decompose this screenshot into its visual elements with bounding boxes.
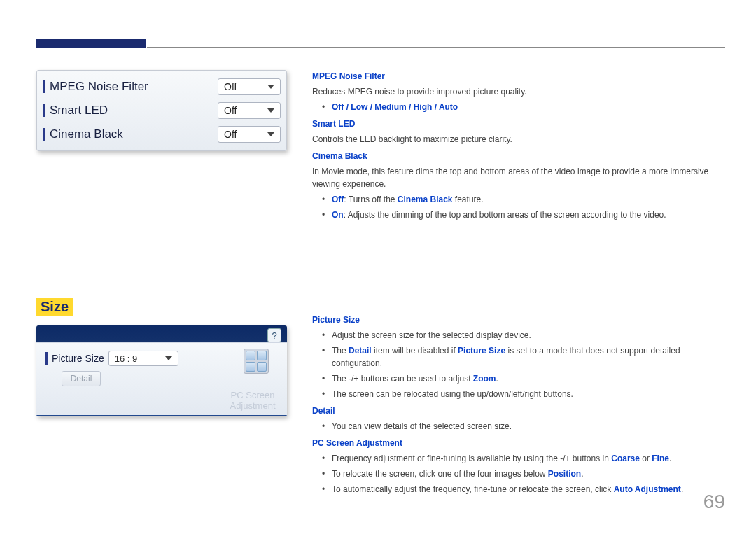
kw-detail: Detail [349, 346, 372, 356]
mpeg-options-value: Off / Low / Medium / High / Auto [332, 102, 458, 112]
chevron-down-icon [267, 108, 274, 113]
cinema-on-bullet: On: Adjusts the dimming of the top and b… [322, 209, 725, 221]
smartled-label: Smart LED [50, 104, 214, 118]
txt: . [496, 374, 498, 384]
ps-bullet-4: The screen can be relocated using the up… [322, 388, 725, 400]
size-menu-inner: Picture Size 16 : 9 Detail PC Screen Adj… [36, 342, 287, 415]
picture-size-value: 16 : 9 [115, 353, 138, 364]
row-marker-icon [43, 104, 46, 117]
advanced-picture-menu: MPEG Noise Filter Off Smart LED Off Cine… [36, 70, 287, 151]
txt: The [332, 346, 349, 356]
smartled-dropdown[interactable]: Off [218, 102, 281, 119]
size-heading: Size [36, 298, 73, 316]
cinema-value: Off [224, 129, 237, 140]
kw-zoom: Zoom [473, 374, 496, 384]
pcsa-line2: Adjustment [230, 400, 275, 411]
menu-row-cinema: Cinema Black Off [43, 122, 281, 146]
left-column: MPEG Noise Filter Off Smart LED Off Cine… [36, 70, 287, 498]
detail-button[interactable]: Detail [62, 371, 101, 386]
kw-auto-adjustment: Auto Adjustment [614, 484, 681, 494]
menu-row-mpeg: MPEG Noise Filter Off [43, 75, 281, 99]
smartled-heading: Smart LED [312, 118, 725, 130]
cinema-label: Cinema Black [50, 127, 214, 141]
right-column: MPEG Noise Filter Reduces MPEG noise to … [312, 70, 725, 498]
size-menu: ? Picture Size 16 : 9 Detail PC Screen A… [36, 325, 287, 416]
mpeg-desc: Reduces MPEG noise to provide improved p… [312, 85, 725, 98]
detail-bullet-1: You can view details of the selected scr… [322, 420, 725, 433]
header-accent [36, 39, 146, 48]
ps-bullet-2: The Detail item will be disabled if Pict… [322, 344, 725, 370]
pcsa-bullet-2: To relocate the screen, click one of the… [322, 468, 725, 480]
picture-size-dropdown[interactable]: 16 : 9 [108, 351, 178, 366]
mpeg-dropdown[interactable]: Off [218, 78, 281, 95]
txt: or [640, 454, 652, 463]
row-marker-icon [45, 352, 48, 365]
page-number: 69 [704, 491, 725, 513]
kw-cinema-black: Cinema Black [398, 195, 453, 204]
txt: To relocate the screen, click one of the… [332, 469, 548, 479]
ps-bullet-1: Adjust the screen size for the selected … [322, 329, 725, 342]
txt: To automatically adjust the frequency, f… [332, 484, 614, 494]
kw-on: On [332, 210, 344, 220]
txt: : Adjusts the dimming of the top and bot… [344, 210, 666, 220]
cinema-desc: In Movie mode, this feature dims the top… [312, 165, 725, 190]
help-icon[interactable]: ? [267, 328, 281, 342]
page-content: MPEG Noise Filter Off Smart LED Off Cine… [36, 70, 725, 498]
pcsa-line1: PC Screen [231, 390, 275, 400]
pcsa-bullet-1: Frequency adjustment or fine-tuning is a… [322, 452, 725, 465]
picture-size-heading: Picture Size [312, 314, 725, 326]
txt: The -/+ buttons can be used to adjust [332, 374, 473, 384]
pc-screen-adjustment-label: PC Screen Adjustment [227, 391, 279, 411]
row-marker-icon [43, 80, 46, 93]
mpeg-label: MPEG Noise Filter [50, 80, 214, 94]
row-marker-icon [43, 128, 46, 141]
kw-position: Position [548, 469, 581, 479]
ps-bullet-3: The -/+ buttons can be used to adjust Zo… [322, 372, 725, 385]
cinema-heading: Cinema Black [312, 150, 725, 162]
mpeg-heading: MPEG Noise Filter [312, 70, 725, 83]
txt: . [581, 469, 583, 479]
chevron-down-icon [165, 356, 172, 360]
detail-heading: Detail [312, 405, 725, 417]
txt: . [681, 484, 683, 494]
pcsa-bullet-3: To automatically adjust the frequency, f… [322, 483, 725, 496]
screen-position-grid-icon[interactable] [244, 349, 269, 374]
cinema-dropdown[interactable]: Off [218, 126, 281, 143]
pcsa-heading: PC Screen Adjustment [312, 437, 725, 449]
kw-off: Off [332, 195, 344, 204]
cinema-off-bullet: Off: Turns off the Cinema Black feature. [322, 193, 725, 206]
smartled-value: Off [224, 105, 237, 116]
kw-fine: Fine [652, 454, 669, 463]
picture-size-label: Picture Size [52, 353, 104, 364]
txt: feature. [453, 195, 484, 204]
chevron-down-icon [267, 85, 274, 89]
menu-row-smartled: Smart LED Off [43, 99, 281, 122]
kw-coarse: Coarse [611, 454, 640, 463]
mpeg-value: Off [224, 81, 237, 92]
txt: . [669, 454, 671, 463]
txt: item will be disabled if [372, 346, 458, 356]
txt: Frequency adjustment or fine-tuning is a… [332, 454, 611, 463]
chevron-down-icon [267, 132, 274, 136]
kw-picture-size: Picture Size [458, 346, 505, 356]
mpeg-options: Off / Low / Medium / High / Auto [322, 101, 725, 113]
spacer [312, 224, 725, 309]
header-rule [147, 47, 725, 48]
smartled-desc: Controls the LED backlight to maximize p… [312, 133, 725, 146]
txt: : Turns off the [344, 195, 398, 204]
